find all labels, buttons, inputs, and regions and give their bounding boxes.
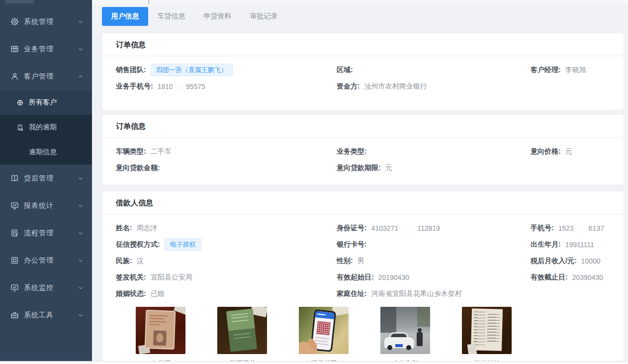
field-region: 区域: (337, 62, 531, 78)
grid-icon (10, 45, 19, 53)
sidebar-item-label: 我的逾期 (29, 123, 57, 132)
main-content: 用户信息 车贷信息 申贷资料 审批记录 订单信息 销售团队: 四团一营（直属王鹏… (92, 0, 628, 361)
field-valid-from: 有效起始日: 20190430 (337, 269, 531, 285)
field-bank-card: 银行卡号: (337, 236, 531, 253)
monitor-check-icon (10, 283, 19, 292)
chevron-down-icon (78, 176, 83, 181)
attachment-phone-qr: 授权截图 (299, 307, 349, 361)
chevron-down-icon (78, 231, 83, 236)
field-intended-loan-amount: 意向贷款金额: (116, 160, 337, 176)
chevron-down-icon (78, 258, 83, 263)
field-marital-status: 婚姻状态: 已婚 (116, 285, 337, 302)
field-name: 姓名: 周志洋 (116, 220, 337, 236)
sidebar-item-label: 业务管理 (24, 45, 78, 54)
workflow-icon (10, 229, 19, 237)
field-valid-to: 有效截止日: 20390430 (531, 269, 624, 285)
field-business-phone: 业务手机号: 181095575 (116, 78, 337, 94)
sidebar-item-label: 所有客户 (29, 98, 57, 107)
sidebar-item-label: 办公管理 (24, 256, 78, 265)
sidebar-menu: 系统管理 业务管理 客户管理 (0, 0, 92, 329)
field-credit-auth-method: 征信授权方式: 电子授权 (116, 236, 337, 253)
borrower-info-card: 借款人信息 姓名: 周志洋 身份证号: 4103271112819 手机号: 1… (102, 191, 624, 361)
monitor-icon (10, 201, 19, 210)
field-vehicle-type: 车辆类型: 二手车 (116, 143, 337, 160)
sidebar-item-business-mgmt[interactable]: 业务管理 (0, 35, 92, 63)
chevron-up-icon (78, 74, 83, 79)
card-title: 订单信息 (102, 115, 624, 138)
sales-team-tag[interactable]: 四团一营（直属王鹏飞） (151, 64, 233, 76)
field-id-number: 身份证号: 4103271112819 (337, 220, 531, 236)
chevron-down-icon (78, 203, 83, 208)
attachment-id-card: 身份证 (136, 307, 185, 361)
logo-remnant (5, 0, 34, 3)
sidebar-item-label: 报表统计 (24, 201, 78, 210)
chevron-down-icon (78, 313, 83, 318)
field-monthly-income: 税后月收入/元: 10000 (531, 253, 624, 269)
sidebar-item-all-customers[interactable]: 所有客户 (0, 90, 92, 115)
redaction-blur (173, 83, 186, 91)
sidebar-item-office-mgmt[interactable]: 办公管理 (0, 247, 92, 274)
order-info-card: 订单信息 销售团队: 四团一营（直属王鹏飞） 区域: 客户经理: 李晓旭 (102, 33, 624, 110)
card-title: 借款人信息 (102, 191, 624, 214)
handwritten-document-thumbnail[interactable] (462, 307, 512, 354)
tab-user-info[interactable]: 用户信息 (102, 7, 148, 26)
field-business-type: 业务类型: (337, 143, 531, 160)
field-intended-loan-term: 意向贷款期限: 元 (337, 160, 531, 176)
toolbox-icon (10, 311, 19, 319)
customer-mgmt-submenu: 所有客户 我的逾期 逾期信息 (0, 90, 92, 165)
sidebar-item-label: 贷后管理 (24, 174, 78, 183)
field-mobile-phone: 手机号: 15236137 (531, 220, 624, 236)
id-card-photo-thumbnail[interactable] (136, 307, 185, 354)
sidebar-item-system-mgmt[interactable]: 系统管理 (0, 8, 92, 35)
person-with-car-thumbnail[interactable] (380, 307, 430, 354)
sidebar-item-customer-mgmt[interactable]: 客户管理 (0, 63, 92, 90)
sidebar-item-label: 流程管理 (24, 229, 78, 238)
registration-booklet-thumbnail[interactable] (217, 307, 267, 354)
sidebar-item-system-tools[interactable]: 系统工具 (0, 301, 92, 329)
tab-car-loan-info[interactable]: 车贷信息 (148, 7, 194, 26)
wheel-icon (16, 99, 24, 106)
sidebar: 系统管理 业务管理 客户管理 (0, 0, 92, 361)
attachment-thumbnails: 身份证 登记证书 (116, 307, 624, 361)
chevron-down-icon (78, 285, 83, 290)
field-ethnicity: 民族: 汉 (116, 253, 337, 269)
field-issuing-authority: 签发机关: 宜阳县公安局 (116, 269, 337, 285)
sidebar-item-label: 系统工具 (24, 311, 78, 320)
sidebar-item-label: 系统监控 (24, 283, 78, 292)
sidebar-item-process-mgmt[interactable]: 流程管理 (0, 219, 92, 247)
tab-loan-application-docs[interactable]: 申贷资料 (194, 7, 241, 26)
open-book-icon (10, 174, 19, 182)
viewport-seam (0, 361, 628, 364)
redaction-blur (574, 225, 589, 232)
attachment-person-car: 人车合影 (380, 307, 430, 361)
authorization-screenshot-thumbnail[interactable] (299, 307, 349, 354)
attachment-green-booklet: 登记证书 (217, 307, 267, 361)
sidebar-item-system-monitor[interactable]: 系统监控 (0, 274, 92, 301)
field-sales-team: 销售团队: 四团一营（直属王鹏飞） (116, 62, 337, 78)
attachment-handwritten-doc: 其他材料 (462, 307, 512, 361)
sidebar-item-label: 客户管理 (24, 72, 78, 81)
field-intended-price: 意向价格: 元 (531, 143, 624, 160)
tab-approval-records[interactable]: 审批记录 (241, 7, 287, 26)
field-empty (531, 160, 624, 176)
sidebar-item-my-overdue[interactable]: 我的逾期 (0, 115, 92, 140)
field-account-manager: 客户经理: 李晓旭 (531, 62, 624, 78)
sidebar-item-postloan-mgmt[interactable]: 贷后管理 (0, 165, 92, 192)
chevron-down-icon (78, 19, 83, 24)
chevron-down-icon (78, 47, 83, 52)
office-icon (10, 256, 19, 265)
field-empty (531, 285, 624, 302)
card-title: 订单信息 (102, 33, 624, 56)
ledger-icon (16, 124, 24, 131)
toolbar-remnant (92, 0, 628, 4)
field-birth-date: 出生年月: 19911111 (531, 236, 624, 253)
sidebar-item-label: 逾期信息 (29, 148, 57, 157)
field-empty (531, 78, 624, 94)
detail-tabs: 用户信息 车贷信息 申贷资料 审批记录 (102, 7, 287, 26)
loan-intent-card: 订单信息 车辆类型: 二手车 业务类型: 意向价格: 元 (102, 114, 624, 185)
e-auth-tag[interactable]: 电子授权 (165, 238, 201, 251)
sidebar-item-report-stats[interactable]: 报表统计 (0, 192, 92, 219)
sidebar-item-overdue-info[interactable]: 逾期信息 (0, 140, 92, 165)
gear-icon (10, 17, 19, 26)
redaction-blur (398, 225, 417, 232)
